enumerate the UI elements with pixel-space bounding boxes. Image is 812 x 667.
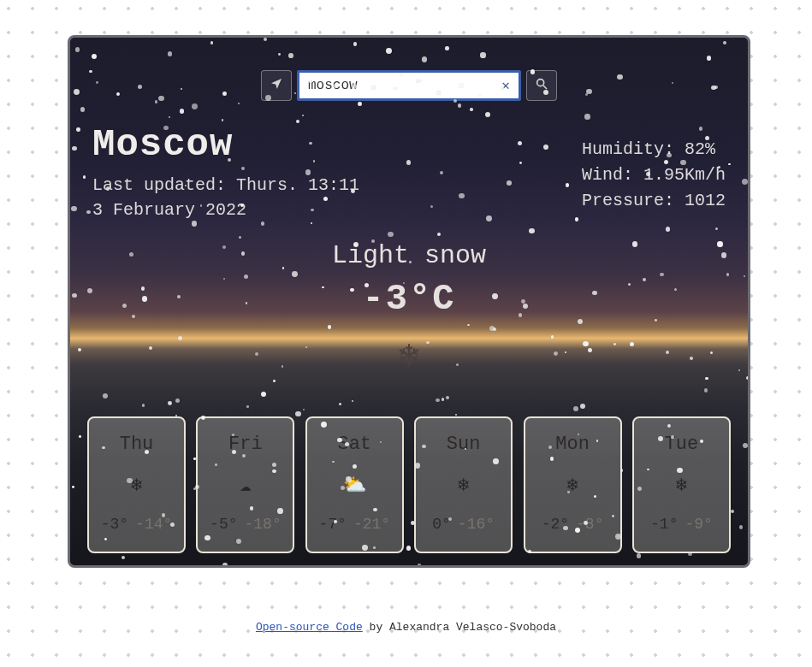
forecast-card[interactable]: Tue❄-1°-9° [632,416,731,553]
forecast-lo: -14° [135,516,172,533]
forecast-day: Mon [555,434,590,455]
forecast-lo: -18° [244,516,281,533]
search-row: ✕ [70,38,748,101]
forecast-day: Sun [447,434,481,455]
current-temp: -3°C [70,279,748,320]
humidity-value: 82% [685,139,715,159]
snowflake-icon: ❄ [131,474,142,497]
forecast-card[interactable]: Mon❄-2°-8° [524,416,622,553]
weather-card: ✕ Moscow Last updated: Thurs. 13:11 3 Fe… [68,35,750,568]
locate-button[interactable] [261,70,292,101]
snowflake-icon: ❄ [70,335,748,377]
city-name: Moscow [92,123,359,166]
forecast-card[interactable]: Fri☁-5°-18° [196,416,294,553]
snowflake-icon: ❄ [458,474,469,497]
search-button[interactable] [526,70,557,101]
wind-row: Wind: 1.95Km/h [582,162,726,188]
partly-cloudy-icon: ⛅ [343,474,366,497]
last-updated-line: Last updated: Thurs. 13:11 [92,173,359,198]
forecast-lo: -9° [685,516,712,533]
footer-author: by Alexandra Velasco-Svoboda [363,621,556,634]
current-block: Light snow -3°C ❄ [70,241,748,377]
forecast-hi: -1° [650,516,678,533]
forecast-card[interactable]: Sat⛅-7°-21° [305,416,404,553]
pressure-value: 1012 [685,191,726,210]
forecast-hi: -2° [542,516,569,533]
forecast-card[interactable]: Sun❄0°-16° [414,416,513,553]
last-updated-value: Thurs. 13:11 [236,175,359,195]
forecast-day: Sat [337,434,371,455]
svg-line-1 [543,86,547,89]
forecast-hi: 0° [432,516,451,533]
forecast-day: Tue [665,434,699,455]
search-input[interactable] [308,78,501,93]
forecast-row: Thu❄-3°-14°Fri☁-5°-18°Sat⛅-7°-21°Sun❄0°-… [70,416,748,553]
header-row: Moscow Last updated: Thurs. 13:11 3 Febr… [70,101,748,222]
forecast-hi: -5° [210,516,237,533]
search-field-wrap[interactable]: ✕ [297,70,521,101]
location-arrow-icon [270,77,283,95]
snowflake-icon: ❄ [566,474,578,497]
open-source-link[interactable]: Open-source Code [256,621,363,634]
condition-text: Light snow [70,241,748,270]
forecast-lo: -21° [353,516,390,533]
forecast-lo: -8° [576,516,603,533]
pressure-row: Pressure: 1012 [582,188,726,214]
forecast-day: Thu [120,434,154,455]
snowflake-icon: ❄ [676,474,687,497]
forecast-hi: -3° [101,516,128,533]
humidity-row: Humidity: 82% [582,137,726,162]
last-updated-label: Last updated: [92,175,226,195]
footer: Open-source Code by Alexandra Velasco-Sv… [0,621,812,634]
forecast-lo: -16° [458,516,495,533]
cloud-icon: ☁ [240,474,251,497]
svg-point-0 [537,79,544,86]
forecast-card[interactable]: Thu❄-3°-14° [87,416,186,553]
wind-value: 1.95Km/h [643,165,726,185]
forecast-hi: -7° [318,516,346,533]
forecast-day: Fri [228,434,263,455]
date-line: 3 February 2022 [92,198,359,222]
search-icon [535,77,548,95]
clear-search-button[interactable]: ✕ [501,77,510,94]
